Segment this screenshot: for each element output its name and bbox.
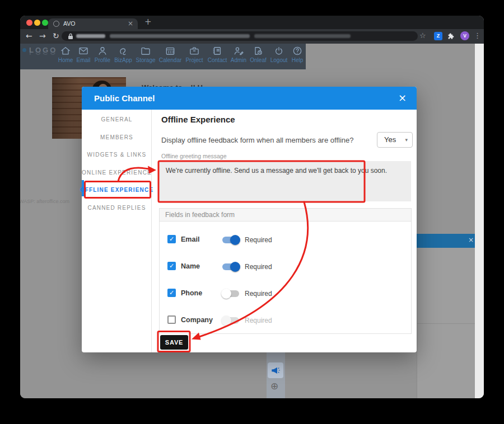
modal-title: Public Channel	[94, 87, 155, 110]
modal-header: Public Channel ×	[82, 87, 417, 110]
save-button[interactable]: SAVE	[160, 335, 188, 350]
field-row-phone: ✓ Phone Required	[160, 280, 411, 307]
name-required-toggle[interactable]	[222, 263, 239, 270]
forward-button[interactable]: →	[39, 31, 46, 40]
bookmark-star-icon[interactable]: ☆	[419, 31, 426, 40]
browser-toolbar: ← → ↻ ☆ Z V ⋮	[20, 29, 484, 44]
profile-icon	[97, 45, 108, 56]
greeting-message-textarea[interactable]: We're currently offline. Send us a messa…	[159, 161, 411, 201]
nav-item-bizapp[interactable]: BizApp	[113, 45, 133, 63]
storage-folder-icon	[140, 45, 151, 56]
nav-item-home[interactable]: Home	[57, 45, 74, 63]
bizapp-icon	[118, 45, 129, 56]
extensions-puzzle-icon[interactable]	[447, 32, 455, 40]
profile-avatar[interactable]: V	[460, 31, 469, 40]
fields-list: ✓ Email Required ✓ Name Required ✓ Phone…	[159, 221, 412, 334]
tab-widgets-links[interactable]: WIDGETS & LINKS	[82, 146, 152, 164]
section-heading: Offline Experience	[161, 115, 235, 124]
email-icon	[78, 45, 89, 56]
megaphone-icon	[270, 365, 281, 375]
browser-tab[interactable]: AVO ×	[48, 18, 138, 29]
new-tab-button[interactable]: +	[144, 17, 152, 27]
nav-item-project[interactable]: Project	[184, 45, 205, 63]
page-scrollbar[interactable]	[475, 44, 484, 398]
redacted-url-segment	[254, 34, 351, 38]
chat-widget-close-icon[interactable]: ×	[468, 236, 474, 244]
browser-menu-icon[interactable]: ⋮	[474, 31, 481, 40]
nav-item-onleaf[interactable]: Onleaf	[249, 45, 268, 63]
dropdown-value: Yes	[384, 133, 396, 147]
calendar-icon	[165, 45, 176, 56]
nav-item-logout[interactable]: Logout	[269, 45, 289, 63]
name-checkbox[interactable]: ✓	[167, 262, 176, 270]
extension-icon[interactable]: Z	[434, 32, 442, 40]
email-required-toggle[interactable]	[222, 237, 239, 243]
zoom-window-button[interactable]	[42, 20, 48, 26]
nav-item-calendar[interactable]: Calendar	[158, 45, 183, 63]
app-logo-reflection: LOGO	[29, 53, 57, 56]
tab-favicon-icon	[53, 21, 59, 27]
field-row-name: ✓ Name Required	[160, 253, 411, 280]
phone-required-toggle[interactable]	[222, 290, 239, 297]
chevron-down-icon: ▾	[405, 133, 408, 147]
logo-dot-icon	[22, 48, 26, 52]
home-icon	[60, 45, 71, 56]
nav-item-profile[interactable]: Profile	[93, 45, 112, 63]
nav-item-email[interactable]: Email	[75, 45, 92, 63]
modal-close-icon[interactable]: ×	[398, 87, 407, 109]
screenshot-root: AVO × + ← → ↻ ☆ Z V	[0, 0, 504, 424]
side-icon-strip: ⊕	[267, 352, 285, 398]
nav-item-storage[interactable]: Storage	[134, 45, 157, 63]
tab-online-experience[interactable]: ONLINE EXPERIENCE	[82, 164, 152, 182]
nav-item-contact[interactable]: Contact	[206, 45, 228, 63]
field-row-email: ✓ Email Required	[160, 226, 411, 253]
project-briefcase-icon	[189, 45, 200, 56]
logout-power-icon	[273, 45, 284, 56]
address-bar[interactable]	[62, 31, 418, 41]
help-icon	[292, 45, 303, 56]
reload-button[interactable]: ↻	[53, 31, 59, 40]
watermark-text: WASP: afteroffice.com	[20, 199, 69, 204]
nav-item-admin[interactable]: Admin	[230, 45, 248, 63]
app-header: LOGO LOGO Home Email Profile	[20, 44, 306, 69]
offline-form-question: Display offline feedback form when all m…	[161, 136, 353, 144]
chat-widget-header: ×	[417, 234, 478, 248]
announcement-button[interactable]	[268, 362, 283, 378]
greeting-message-label: Offline greeting message	[161, 153, 227, 159]
public-channel-modal: Public Channel × GENERAL MEMBERS WIDGETS…	[82, 87, 417, 352]
admin-icon	[233, 45, 244, 56]
close-window-button[interactable]	[26, 20, 32, 26]
company-required-toggle[interactable]	[222, 317, 239, 324]
tab-general[interactable]: GENERAL	[82, 111, 152, 129]
modal-content: Offline Experience Display offline feedb…	[152, 110, 417, 352]
tab-canned-replies[interactable]: CANNED REPLIES	[82, 199, 152, 217]
background-chat-widget: ×	[417, 234, 478, 398]
redacted-url-segment	[76, 34, 105, 38]
tab-title: AVO	[63, 20, 75, 27]
minimize-window-button[interactable]	[34, 20, 40, 26]
contact-book-icon	[212, 45, 223, 56]
tab-offline-experience[interactable]: OFFLINE EXPERIENCE	[82, 181, 152, 199]
email-checkbox[interactable]: ✓	[167, 235, 176, 243]
lock-icon	[68, 33, 73, 40]
tab-close-icon[interactable]: ×	[128, 20, 133, 27]
company-checkbox[interactable]	[167, 315, 176, 324]
offline-form-dropdown[interactable]: Yes ▾	[377, 132, 413, 148]
tab-strip: AVO × +	[20, 16, 484, 29]
onleaf-doc-clock-icon	[253, 45, 264, 56]
fields-header: Fields in feedback form	[159, 208, 412, 222]
redacted-url-segment	[110, 34, 250, 38]
modal-sidebar: GENERAL MEMBERS WIDGETS & LINKS ONLINE E…	[82, 110, 152, 352]
back-button[interactable]: ←	[26, 31, 32, 40]
nav-item-help[interactable]: Help	[290, 45, 305, 63]
main-nav: Home Email Profile BizApp	[57, 45, 305, 63]
chat-widget-body	[417, 248, 479, 398]
field-row-company: Company Required	[160, 307, 411, 333]
tab-members[interactable]: MEMBERS	[82, 129, 152, 147]
phone-checkbox[interactable]: ✓	[167, 289, 176, 297]
add-button[interactable]: ⊕	[270, 380, 278, 392]
